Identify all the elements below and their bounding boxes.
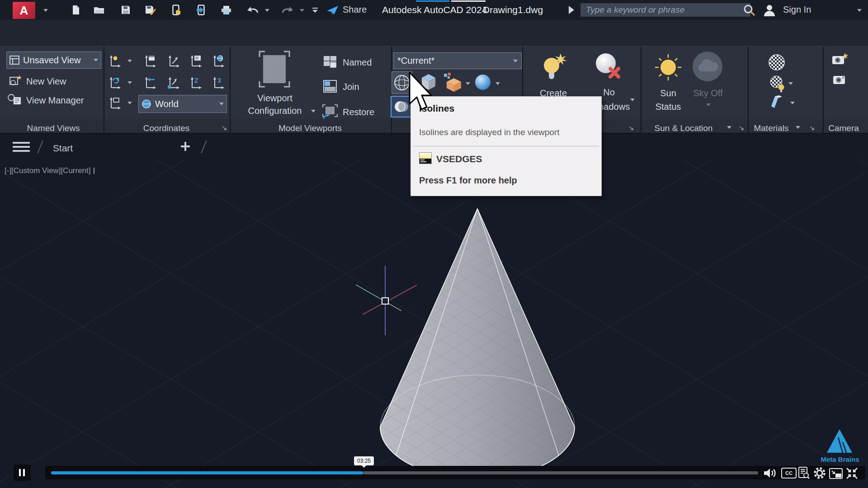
- ucs-origin-icon[interactable]: [166, 76, 180, 89]
- closed-captions-icon[interactable]: CC: [781, 468, 797, 479]
- ucs-dropdown[interactable]: World: [138, 95, 227, 113]
- show-cameras-icon[interactable]: [833, 74, 847, 86]
- volume-icon[interactable]: [763, 467, 778, 479]
- ucs-z-axis-icon[interactable]: Z: [189, 76, 202, 89]
- tab-separator: [37, 141, 43, 154]
- customize-quick-access-icon[interactable]: [312, 7, 318, 13]
- picture-in-picture-icon[interactable]: [829, 468, 843, 479]
- ucs-named-icon[interactable]: [189, 54, 202, 68]
- exit-fullscreen-icon[interactable]: [846, 467, 858, 479]
- sky-off-caret-icon[interactable]: [706, 103, 711, 106]
- new-view-button[interactable]: New View: [26, 76, 66, 87]
- realistic-style-caret-icon[interactable]: [495, 82, 500, 85]
- material-browser-icon[interactable]: [768, 53, 786, 71]
- ribbon-tab-row: Home Solid Surface Mesh Visualize Parame…: [0, 20, 868, 46]
- viewport-config-caret-icon[interactable]: [311, 110, 316, 113]
- planar-mapping-caret-icon[interactable]: [790, 102, 795, 104]
- visual-style-dropdown[interactable]: *Current*: [393, 52, 522, 69]
- material-attach-icon[interactable]: [769, 75, 787, 93]
- view-dropdown[interactable]: Unsaved View: [6, 52, 101, 69]
- autocad-logo-icon[interactable]: A: [13, 2, 35, 19]
- sign-in-button[interactable]: Sign In: [783, 5, 811, 15]
- undo-icon[interactable]: [247, 6, 259, 14]
- ucs-object-icon[interactable]: [108, 96, 121, 110]
- pause-button[interactable]: [14, 465, 31, 481]
- settings-gear-icon[interactable]: [813, 467, 826, 479]
- sun-status-label-1[interactable]: Sun: [660, 88, 676, 99]
- meta-brains-text: Meta Brains: [817, 455, 863, 463]
- material-attach-caret-icon[interactable]: [788, 82, 793, 85]
- progress-bar-filled[interactable]: [51, 471, 363, 474]
- app-menu-caret-icon[interactable]: [43, 9, 48, 12]
- ucs-3point-icon[interactable]: [166, 54, 180, 68]
- sky-off-button[interactable]: Sky Off: [693, 88, 722, 99]
- panel-label-sun-location: Sun & Location: [655, 123, 713, 133]
- save-icon[interactable]: [121, 5, 130, 14]
- restore-viewports-button[interactable]: Restore: [343, 107, 374, 117]
- autocad-window: A Share Autodesk AutoCAD 2024 Drawing1.d…: [0, 0, 868, 488]
- app-title: Autodesk AutoCAD 2024: [382, 5, 487, 15]
- sign-in-caret-icon[interactable]: [857, 9, 862, 12]
- ucs-rotate-caret-icon[interactable]: [127, 81, 132, 84]
- cone-3d-solid[interactable]: [353, 194, 602, 488]
- redo-icon[interactable]: [282, 6, 293, 14]
- doc-switch-arrow-icon[interactable]: [569, 6, 574, 14]
- panel-label-model-viewports: Model Viewports: [278, 123, 342, 133]
- lights-expander-icon[interactable]: ↘: [628, 124, 634, 131]
- new-tab-plus-icon[interactable]: [181, 142, 190, 151]
- materials-caret-icon[interactable]: [796, 126, 800, 129]
- viewport-config-label-1[interactable]: Viewport: [257, 93, 292, 103]
- realistic-style-icon[interactable]: [474, 73, 492, 91]
- new-file-icon[interactable]: [72, 5, 80, 15]
- conceptual-style-icon[interactable]: [442, 73, 462, 92]
- save-as-icon[interactable]: [145, 5, 156, 15]
- plot-icon[interactable]: [221, 5, 231, 15]
- ucs-world-icon[interactable]: [211, 54, 225, 68]
- sun-location-caret-icon[interactable]: [727, 126, 731, 129]
- share-button[interactable]: Share: [343, 5, 367, 15]
- redo-caret-icon[interactable]: [300, 9, 304, 12]
- view-manager-button[interactable]: View Manager: [26, 95, 84, 106]
- create-light-icon: [540, 52, 568, 85]
- conceptual-style-caret-icon[interactable]: [466, 82, 470, 85]
- viewport-controls-label[interactable]: [-][Custom View][Current]: [5, 166, 94, 175]
- viewport-config-label-2[interactable]: Configuration: [248, 106, 302, 116]
- panel-divider: [641, 47, 642, 133]
- transcript-icon[interactable]: [797, 467, 810, 479]
- top-progress-strip-white: [451, 0, 486, 2]
- ucs-light-caret-icon[interactable]: [127, 60, 132, 62]
- ucs-previous-icon[interactable]: [143, 76, 156, 89]
- search-icon[interactable]: [743, 4, 755, 16]
- tooltip-description: Isolines are displayed in the viewport: [419, 127, 560, 137]
- open-file-icon[interactable]: [94, 6, 104, 14]
- named-viewports-button[interactable]: Named: [343, 57, 372, 68]
- shadows-caret-icon[interactable]: [630, 99, 635, 101]
- user-avatar-icon[interactable]: [763, 4, 776, 16]
- view-dropdown-caret-icon: [94, 59, 98, 61]
- ucs-light-icon[interactable]: [108, 54, 121, 68]
- ucs-rotate-x-icon[interactable]: x: [108, 76, 121, 89]
- ucs-dialog-icon[interactable]: [143, 54, 156, 68]
- open-from-mobile-icon[interactable]: [172, 5, 181, 16]
- sun-status-label-2[interactable]: Status: [656, 102, 681, 112]
- ucs-3-icon[interactable]: 3: [211, 76, 225, 89]
- ucs-object-caret-icon[interactable]: [127, 102, 132, 104]
- share-icon[interactable]: [326, 5, 339, 15]
- tab-start[interactable]: Start: [53, 143, 73, 154]
- coordinates-expander-icon[interactable]: ↘: [222, 124, 227, 131]
- planar-mapping-icon[interactable]: [769, 95, 784, 108]
- progress-bar-track[interactable]: [363, 471, 758, 474]
- create-camera-icon[interactable]: [832, 52, 849, 67]
- svg-text:x: x: [117, 76, 120, 81]
- save-to-mobile-icon[interactable]: [197, 5, 205, 16]
- undo-caret-icon[interactable]: [265, 9, 269, 12]
- shadows-label-1[interactable]: No: [603, 87, 615, 98]
- drawing-canvas[interactable]: [-][Custom View][Current]: [0, 159, 868, 488]
- sun-location-expander-icon[interactable]: ↘: [739, 124, 745, 131]
- time-tooltip: 03:25: [354, 456, 374, 465]
- search-input[interactable]: [580, 3, 750, 17]
- join-viewports-button[interactable]: Join: [343, 82, 359, 92]
- panel-label-materials: Materials: [754, 123, 788, 133]
- materials-expander-icon[interactable]: ↘: [809, 124, 815, 131]
- named-view-icon: [9, 56, 19, 65]
